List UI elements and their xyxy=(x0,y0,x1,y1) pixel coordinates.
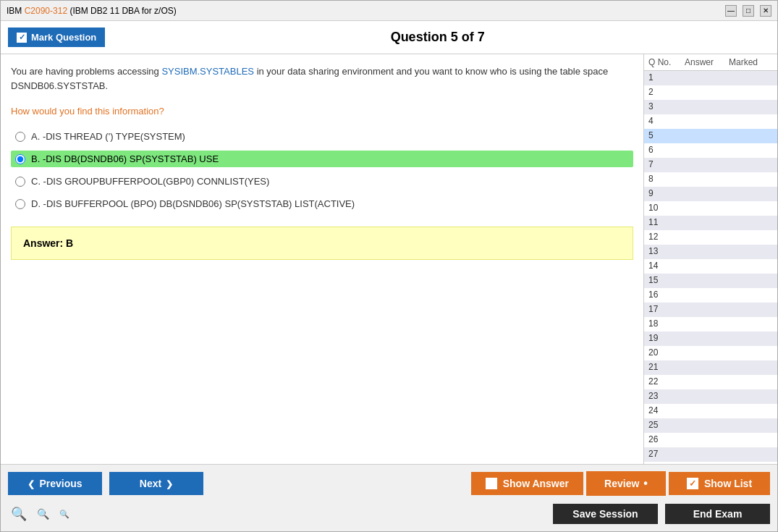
sidebar-answer xyxy=(685,130,729,142)
next-button[interactable]: Next xyxy=(109,472,203,495)
show-answer-checkbox-icon xyxy=(486,478,497,489)
sidebar-marked xyxy=(729,174,773,185)
sidebar-row[interactable]: 7 xyxy=(644,158,777,172)
zoom-out-button[interactable]: 🔍 xyxy=(56,508,72,520)
show-answer-label: Show Answer xyxy=(503,478,569,489)
radio-c[interactable] xyxy=(15,177,25,187)
bullet-icon xyxy=(643,477,648,490)
option-b[interactable]: B. -DIS DB(DSNDB06) SP(SYSTSTAB) USE xyxy=(11,151,633,167)
sidebar-answer xyxy=(685,449,729,460)
minimize-button[interactable]: — xyxy=(725,5,737,17)
sidebar-answer xyxy=(685,232,729,243)
sidebar-qno: 4 xyxy=(648,116,685,127)
close-button[interactable]: ✕ xyxy=(760,5,771,17)
sidebar-qno: 24 xyxy=(648,405,685,417)
sidebar-row[interactable]: 10 xyxy=(644,201,777,216)
sidebar-qno: 19 xyxy=(648,333,685,345)
sidebar-answer xyxy=(685,405,729,417)
sidebar-marked xyxy=(729,232,773,243)
sidebar-row[interactable]: 2 xyxy=(644,85,777,100)
sidebar-row[interactable]: 17 xyxy=(644,303,777,317)
sidebar-row[interactable]: 27 xyxy=(644,447,777,462)
option-d[interactable]: D. -DIS BUFFERPOOL (BPO) DB(DSNDB06) SP(… xyxy=(11,195,633,212)
sidebar-row[interactable]: 5 xyxy=(644,129,777,143)
sidebar-answer xyxy=(685,87,729,98)
sidebar-header: Q No. Answer Marked xyxy=(644,54,777,71)
sidebar-answer xyxy=(685,434,729,446)
sidebar-row[interactable]: 18 xyxy=(644,317,777,332)
sidebar-answer xyxy=(685,116,729,127)
sidebar-col-marked: Marked xyxy=(729,57,773,67)
sidebar-answer xyxy=(685,420,729,431)
sidebar-marked xyxy=(729,376,773,388)
sidebar-marked xyxy=(729,420,773,431)
save-session-button[interactable]: Save Session xyxy=(553,504,658,524)
sidebar-qno: 25 xyxy=(648,420,685,431)
sidebar-qno: 23 xyxy=(648,391,685,402)
show-list-button[interactable]: Show List xyxy=(669,472,770,495)
sidebar-row[interactable]: 22 xyxy=(644,375,777,389)
sidebar-row[interactable]: 20 xyxy=(644,346,777,360)
sidebar-row[interactable]: 21 xyxy=(644,360,777,375)
bottom-buttons-row2: 🔍 🔍 🔍 Save Session End Exam xyxy=(1,502,777,531)
sidebar-qno: 22 xyxy=(648,376,685,388)
sidebar-row[interactable]: 3 xyxy=(644,100,777,114)
mark-question-button[interactable]: Mark Question xyxy=(8,28,105,47)
zoom-in-button[interactable]: 🔍 xyxy=(8,504,30,523)
sidebar-row[interactable]: 11 xyxy=(644,216,777,230)
show-answer-button[interactable]: Show Answer xyxy=(471,472,583,495)
sidebar-row[interactable]: 25 xyxy=(644,418,777,433)
options-list: A. -DIS THREAD (') TYPE(SYSTEM) B. -DIS … xyxy=(11,128,633,212)
sidebar-row[interactable]: 12 xyxy=(644,230,777,245)
sidebar-qno: 18 xyxy=(648,318,685,330)
sidebar-row[interactable]: 8 xyxy=(644,172,777,187)
option-a-label: A. -DIS THREAD (') TYPE(SYSTEM) xyxy=(31,131,185,142)
sidebar-qno: 20 xyxy=(648,347,685,359)
sidebar-marked xyxy=(729,434,773,446)
sidebar-marked xyxy=(729,203,773,214)
sidebar-qno: 7 xyxy=(648,159,685,171)
zoom-normal-button[interactable]: 🔍 xyxy=(34,507,52,521)
review-button[interactable]: Review xyxy=(586,471,666,496)
sidebar-marked xyxy=(729,304,773,316)
sidebar-marked xyxy=(729,217,773,229)
sidebar-row[interactable]: 14 xyxy=(644,259,777,274)
sidebar-row[interactable]: 15 xyxy=(644,274,777,288)
end-exam-button[interactable]: End Exam xyxy=(665,504,770,524)
sidebar-row[interactable]: 13 xyxy=(644,245,777,259)
bottom-bar: Previous Next Show Answer Review Show Li… xyxy=(1,464,777,531)
sidebar-answer xyxy=(685,261,729,272)
sidebar-answer xyxy=(685,275,729,287)
sidebar-row[interactable]: 16 xyxy=(644,288,777,303)
how-text: How would you find this information? xyxy=(11,106,633,117)
option-a[interactable]: A. -DIS THREAD (') TYPE(SYSTEM) xyxy=(11,128,633,145)
main-area: You are having problems accessing SYSIBM… xyxy=(1,54,777,464)
sidebar-qno: 15 xyxy=(648,275,685,287)
sidebar-list[interactable]: 1234567891011121314151617181920212223242… xyxy=(644,71,777,464)
radio-a[interactable] xyxy=(15,132,25,142)
sidebar-row[interactable]: 24 xyxy=(644,404,777,418)
mark-question-label: Mark Question xyxy=(31,32,96,43)
option-d-label: D. -DIS BUFFERPOOL (BPO) DB(DSNDB06) SP(… xyxy=(31,198,355,209)
sidebar-row[interactable]: 9 xyxy=(644,187,777,201)
sidebar-marked xyxy=(729,318,773,330)
sidebar-row[interactable]: 6 xyxy=(644,143,777,158)
radio-b[interactable] xyxy=(15,154,25,164)
sidebar-marked xyxy=(729,246,773,258)
question-text: You are having problems accessing SYSIBM… xyxy=(11,64,633,93)
sidebar-row[interactable]: 4 xyxy=(644,114,777,129)
sidebar-row[interactable]: 1 xyxy=(644,71,777,85)
sidebar-marked xyxy=(729,391,773,402)
sidebar-answer xyxy=(685,72,729,84)
sidebar-qno: 10 xyxy=(648,203,685,214)
sidebar-row[interactable]: 23 xyxy=(644,389,777,404)
chevron-right-icon xyxy=(166,478,173,489)
show-list-checkbox-icon xyxy=(687,478,698,489)
option-c[interactable]: C. -DIS GROUPBUFFERPOOL(GBP0) CONNLIST(Y… xyxy=(11,173,633,190)
sidebar-qno: 9 xyxy=(648,188,685,200)
sidebar-row[interactable]: 26 xyxy=(644,433,777,447)
sidebar-row[interactable]: 19 xyxy=(644,332,777,346)
previous-button[interactable]: Previous xyxy=(8,472,102,495)
maximize-button[interactable]: □ xyxy=(743,5,754,17)
radio-d[interactable] xyxy=(15,199,25,209)
